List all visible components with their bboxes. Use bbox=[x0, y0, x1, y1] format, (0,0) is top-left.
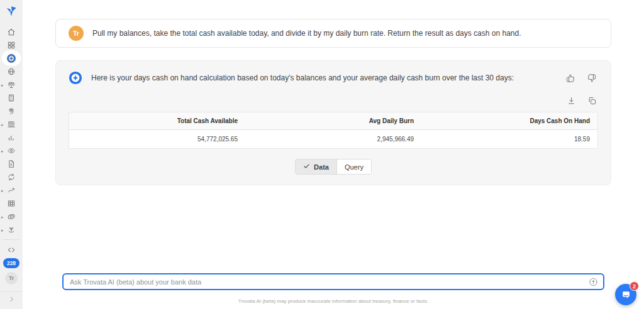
expand-caret-icon[interactable]: ▸ bbox=[1, 214, 4, 219]
user-message-avatar: Tr bbox=[69, 26, 84, 41]
tab-query[interactable]: Query bbox=[336, 160, 371, 174]
thumbs-up-icon bbox=[565, 73, 575, 83]
content-spacer bbox=[55, 185, 611, 273]
balance-scale-icon bbox=[7, 80, 16, 89]
results-table: Total Cash Available Avg Daily Burn Days… bbox=[69, 112, 598, 149]
bar-chart-icon bbox=[7, 133, 16, 142]
table-grid-icon bbox=[7, 199, 16, 208]
home-icon bbox=[7, 28, 16, 36]
sidebar-item-developer[interactable] bbox=[0, 243, 23, 256]
main-content: Tr Pull my balances, take the total cash… bbox=[23, 0, 644, 309]
user-message-card: Tr Pull my balances, take the total cash… bbox=[55, 19, 611, 48]
sidebar-item-sync[interactable] bbox=[0, 170, 23, 183]
expand-caret-icon[interactable]: ▸ bbox=[1, 82, 4, 87]
sidebar-item-identity[interactable] bbox=[0, 104, 23, 117]
view-toggle-row: Data Query bbox=[56, 159, 611, 175]
code-icon bbox=[7, 246, 16, 254]
feedback-actions bbox=[564, 72, 598, 84]
sidebar-item-apps[interactable] bbox=[0, 38, 23, 52]
view-toggle-group: Data Query bbox=[295, 159, 372, 175]
expand-caret-icon[interactable]: ▸ bbox=[1, 188, 4, 192]
intercom-unread-badge: 2 bbox=[630, 281, 639, 291]
ai-disclaimer: Trovata AI (beta) may produce inaccurate… bbox=[55, 298, 611, 304]
chat-input-row bbox=[62, 273, 604, 290]
apps-grid-icon bbox=[7, 41, 16, 50]
expand-caret-icon[interactable]: ▸ bbox=[1, 122, 4, 126]
table-cell-total-cash: 54,772,025.65 bbox=[69, 130, 245, 148]
sidebar-item-calculator[interactable] bbox=[0, 91, 23, 104]
cash-icon bbox=[7, 212, 16, 221]
user-message-text: Pull my balances, take the total cash av… bbox=[92, 29, 521, 38]
table-cell-avg-daily-burn: 2,945,966.49 bbox=[245, 130, 421, 148]
sidebar-bottom bbox=[0, 291, 23, 309]
chevron-right-icon bbox=[8, 296, 15, 303]
tab-data[interactable]: Data bbox=[296, 160, 336, 174]
sidebar-expand-button[interactable] bbox=[0, 291, 23, 306]
table-toolbar bbox=[56, 89, 611, 112]
send-arrow-icon bbox=[589, 277, 598, 286]
sidebar-item-home[interactable] bbox=[0, 25, 23, 38]
thumbs-down-button[interactable] bbox=[586, 72, 598, 84]
sidebar-item-payments[interactable]: ▸ bbox=[0, 210, 23, 223]
sidebar-item-forecasts[interactable]: ▸ bbox=[0, 183, 23, 197]
tab-data-label: Data bbox=[314, 163, 329, 171]
growth-icon bbox=[7, 225, 16, 234]
sidebar-divider bbox=[3, 239, 19, 240]
tab-query-label: Query bbox=[345, 163, 364, 171]
expand-caret-icon[interactable]: ▸ bbox=[1, 148, 4, 153]
notification-count-badge[interactable]: 228 bbox=[3, 258, 19, 268]
trovata-ai-icon bbox=[6, 53, 16, 63]
sidebar-item-insights[interactable]: ▸ bbox=[0, 144, 23, 157]
trovata-ai-avatar-icon bbox=[69, 71, 82, 85]
download-icon bbox=[567, 96, 576, 106]
table-header-total-cash: Total Cash Available bbox=[69, 112, 245, 129]
copy-button[interactable] bbox=[586, 95, 598, 107]
sidebar-item-growth[interactable]: ▸ bbox=[0, 223, 23, 236]
sidebar-item-documents[interactable] bbox=[0, 157, 23, 170]
chat-bubble-icon bbox=[621, 290, 631, 300]
thumbs-down-icon bbox=[587, 73, 597, 83]
sidebar-item-global[interactable] bbox=[0, 65, 23, 78]
check-icon bbox=[303, 163, 310, 171]
eye-icon bbox=[7, 146, 16, 155]
expand-caret-icon[interactable]: ▸ bbox=[1, 227, 4, 232]
ai-response-card: Here is your days cash on hand calculati… bbox=[55, 60, 611, 185]
document-icon bbox=[7, 160, 16, 168]
sidebar-item-trovata-ai[interactable] bbox=[0, 52, 23, 65]
table-cell-days-cash-on-hand: 18.59 bbox=[421, 130, 597, 148]
chat-input[interactable] bbox=[62, 273, 604, 290]
send-button[interactable] bbox=[587, 276, 599, 288]
trend-line-icon bbox=[7, 186, 16, 195]
fingerprint-icon bbox=[7, 107, 16, 116]
user-avatar[interactable]: Tr bbox=[5, 272, 18, 285]
copy-icon bbox=[587, 96, 597, 106]
table-row: 54,772,025.65 2,945,966.49 18.59 bbox=[69, 130, 597, 148]
sidebar-item-reports[interactable]: ▸ bbox=[0, 117, 23, 131]
intercom-launcher[interactable]: 2 bbox=[615, 284, 636, 305]
ai-response-text: Here is your days cash on hand calculati… bbox=[91, 73, 555, 82]
table-header-avg-daily-burn: Avg Daily Burn bbox=[245, 112, 421, 129]
calculator-icon bbox=[7, 94, 16, 102]
globe-icon bbox=[7, 67, 16, 76]
trovata-logo[interactable] bbox=[3, 3, 19, 19]
sidebar-item-analytics[interactable] bbox=[0, 131, 23, 144]
thumbs-up-button[interactable] bbox=[564, 72, 576, 84]
table-header-row: Total Cash Available Avg Daily Burn Days… bbox=[69, 112, 597, 130]
table-header-days-cash-on-hand: Days Cash On Hand bbox=[421, 112, 597, 129]
ai-response-header: Here is your days cash on hand calculati… bbox=[56, 61, 611, 89]
trovata-logo-icon bbox=[4, 4, 18, 18]
sync-icon bbox=[7, 173, 16, 182]
download-button[interactable] bbox=[565, 95, 577, 107]
sidebar: ▸ ▸ ▸ ▸ ▸ ▸ 228 Tr bbox=[0, 0, 23, 309]
reading-icon bbox=[7, 120, 16, 129]
sidebar-item-datagrid[interactable] bbox=[0, 197, 23, 210]
sidebar-item-reconciliation[interactable]: ▸ bbox=[0, 78, 23, 91]
